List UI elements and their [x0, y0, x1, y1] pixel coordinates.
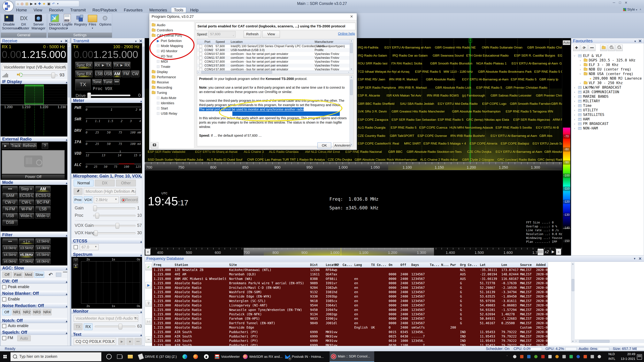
txmode-syncrx-button[interactable]: Sync RX [75, 70, 92, 77]
panel-menu-icon[interactable]: ▼ [60, 39, 62, 44]
tray-icon-3[interactable] [534, 355, 538, 358]
port-checkbox[interactable] [199, 60, 202, 63]
table-row[interactable]: 1.215.000Absolute RadioWesterglen (SC-ST… [152, 299, 548, 303]
dialog-tree-item-midi[interactable]: MIDI [152, 60, 168, 64]
drive-slider[interactable] [88, 94, 130, 96]
ribbon-button-disable[interactable]: DisableScreensaver [2, 14, 16, 32]
filter-button-50kHz[interactable]: ±5.0kHz [19, 252, 34, 258]
db-play-button[interactable]: ▶ [146, 282, 152, 288]
mode-button-WideU[interactable]: Wide-U [36, 213, 50, 218]
txmode-fm-button[interactable]: FM [122, 70, 130, 77]
scroll-right-button[interactable]: » [556, 249, 561, 255]
ribbon-button-dx[interactable]: DXDXCluster [17, 14, 31, 32]
tray-icon-2[interactable] [527, 355, 530, 358]
fav-more-button[interactable]: ••• [588, 45, 596, 51]
dialog-tree-item-performance[interactable]: Performance [152, 75, 176, 79]
tray-icon-12[interactable] [598, 355, 601, 358]
filter-button-60kHz[interactable]: ±6.0kHz [2, 258, 18, 264]
if-passband[interactable] [24, 84, 44, 105]
refresh-button[interactable]: Refresh [244, 31, 261, 38]
menu-item-receive[interactable]: Receive [46, 8, 66, 13]
rx-volume-slider[interactable] [22, 74, 58, 76]
taskbar-app-drive[interactable]: DRIVE E (37 Gb) (Z:) [137, 351, 180, 362]
freqdb-column-lang[interactable]: Lang [354, 263, 362, 267]
close-button[interactable]: ✕ [623, 1, 629, 6]
text-more-button[interactable]: ••• [134, 338, 142, 345]
tray-icon-7[interactable] [562, 355, 566, 358]
audio-levels-icon[interactable] [2, 73, 8, 78]
fav-tree-item[interactable]: ˅ELF & VLF [574, 54, 602, 58]
tray-icon-9[interactable] [576, 355, 580, 358]
menu-item-home[interactable]: Home [14, 8, 30, 13]
agc-header[interactable]: AGC: Slow▲ [0, 266, 70, 270]
nr-button-off[interactable]: Off [2, 309, 11, 315]
menu-item-view[interactable]: View [31, 8, 45, 13]
tx-spectrum-header[interactable]: Spectrum▲ [71, 252, 144, 257]
menu-item-tools[interactable]: Tools [171, 7, 186, 13]
filter-button-[interactable]: ••• [2, 238, 18, 244]
nr-button-nr4[interactable]: NR4 [42, 309, 52, 315]
freqdb-column-orgco[interactable]: Org Co... [460, 263, 477, 267]
filter-button-[interactable]: « | » [19, 238, 34, 244]
taskbar-app-folder[interactable] [126, 351, 136, 362]
record-button[interactable]: Record [120, 196, 138, 203]
tx-transmit-button[interactable]: TX [75, 79, 91, 90]
mode-button-[interactable]: ••• [2, 186, 18, 192]
mode-button-WideL[interactable]: Wide-L [19, 213, 34, 218]
table-row[interactable]: 1.215.000AIR SouthPudducheri (PY)6999MK9… [152, 338, 548, 343]
ports-hscrollbar[interactable]: ‹› [197, 70, 354, 74]
menu-item-favourites[interactable]: Favourites [121, 8, 146, 13]
freqdb-column-on[interactable]: On [389, 263, 392, 267]
table-row[interactable]: 1.215.000Absolute RadioBrookmans Park/4 … [152, 281, 548, 285]
filter-button-25kHz[interactable]: ±2.5kHz [36, 238, 50, 244]
fav-tree-item[interactable]: ›ELF 3 - 30 Khz [574, 63, 618, 67]
table-row[interactable]: 1.215.000Absolute RadioLisnagarvey (NI-A… [152, 303, 548, 308]
tray-icon-6[interactable] [555, 355, 559, 358]
fav-add-button[interactable]: ✚ [573, 45, 580, 51]
noise-blanker-header[interactable]: Noise Blanker: Off▲ [0, 291, 70, 296]
dialog-camera-button[interactable] [151, 142, 158, 148]
text-stop-button[interactable]: ■ [126, 338, 134, 345]
dialog-tree-item-audio[interactable]: Audio [152, 23, 165, 27]
ext-play-button[interactable]: ► [2, 143, 9, 149]
step-right-button[interactable]: ▶ [552, 250, 554, 254]
tray-icon-10[interactable] [584, 355, 587, 358]
mode-button-AM[interactable]: AM [36, 186, 50, 192]
tray-expand-icon[interactable]: ˆ [507, 355, 508, 358]
fav-menu-icon[interactable]: ▼ [634, 39, 636, 44]
monitor-header[interactable]: Monitor▲ [71, 308, 144, 314]
txmode-lsb-button[interactable]: LSB [95, 70, 103, 77]
freqdb-column-lat[interactable]: Lat [480, 263, 486, 267]
vox-gain-slider[interactable] [93, 225, 136, 227]
port-checkbox[interactable] [199, 45, 202, 48]
nr-button-nr1[interactable]: NR1 [12, 309, 21, 315]
freqdb-menu-icon[interactable]: ▼ [633, 257, 636, 260]
info-vscrollbar[interactable]: ∧∨ [350, 76, 353, 146]
squelch-fm-checkbox[interactable] [2, 336, 6, 340]
mode-button-WFM[interactable]: W-FM [19, 206, 34, 212]
freqdb-column-ca[interactable]: Ca... [342, 263, 352, 267]
mode-button-ECSSU[interactable]: ECSS-U [36, 193, 50, 198]
receive-scrollbar[interactable]: ∧ [67, 43, 70, 346]
table-row[interactable]: 1.215.000AIR SouthPudducheri (PY)6999MK9… [152, 330, 548, 334]
txmode-usb-button[interactable]: USB [104, 70, 112, 77]
table-row[interactable]: 1.215.000AIR SouthPudducheri (PY)6999MK9… [152, 343, 548, 346]
nr-button-nr3[interactable]: NR3 [32, 309, 42, 315]
start-button[interactable] [0, 351, 10, 362]
freqdb-column-freq[interactable]: Freq [154, 263, 161, 267]
agc-preset-icon[interactable] [56, 273, 61, 277]
table-row[interactable]: 1.215.0006NM ABC Midwest & WheatbeltNort… [152, 276, 548, 281]
dialog-close-icon[interactable]: ✕ [350, 14, 353, 19]
tray-icon-4[interactable] [541, 355, 544, 358]
taskbar-app-edge[interactable] [181, 351, 191, 362]
freqdb-column-pi[interactable]: PI [335, 263, 339, 267]
tx-txrx-button[interactable]: TX ► RX [113, 62, 130, 68]
tx-more-button[interactable]: ••• [114, 79, 120, 85]
proc-toggle[interactable]: Proc [74, 196, 82, 203]
taskbar-app-sdr[interactable]: Main :: SDR Consol... [330, 351, 374, 362]
maximize-button[interactable]: □ [617, 1, 623, 6]
ribbon-button-directx[interactable]: ⇲DirectXDiagnostics [49, 14, 60, 32]
frequency-ruler-full[interactable]: 4005006007008009001.0001.1001.2001.3001.… [145, 248, 562, 256]
freqdb-column-source[interactable]: Source [520, 263, 532, 267]
rx-frequency[interactable]: 0.001.215.000 [2, 49, 66, 60]
